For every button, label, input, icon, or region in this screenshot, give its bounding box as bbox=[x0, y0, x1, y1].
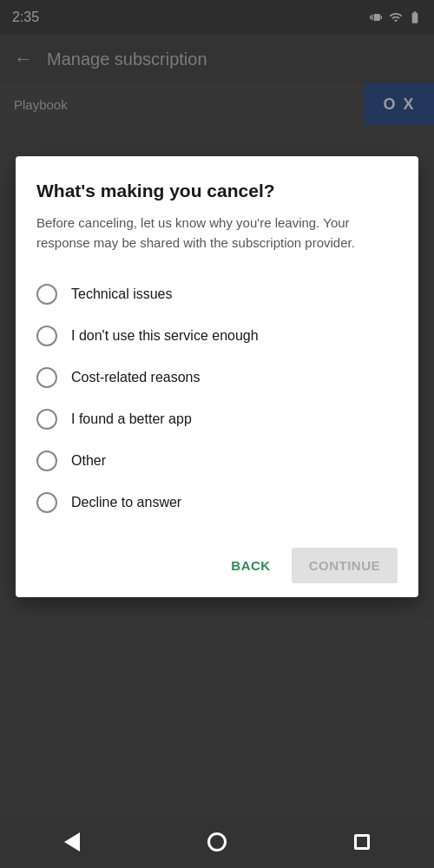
radio-label-cost: Cost-related reasons bbox=[71, 370, 201, 385]
radio-circle-cost bbox=[36, 367, 57, 388]
radio-circle-technical bbox=[36, 284, 57, 305]
back-button[interactable]: BACK bbox=[217, 548, 284, 583]
radio-label-better-app: I found a better app bbox=[71, 411, 192, 427]
radio-option-better-app[interactable]: I found a better app bbox=[36, 398, 398, 440]
dialog-title: What's making you cancel? bbox=[36, 181, 398, 201]
nav-back-icon bbox=[64, 832, 80, 852]
nav-bar bbox=[0, 816, 434, 868]
radio-option-other[interactable]: Other bbox=[36, 440, 398, 482]
radio-option-cost[interactable]: Cost-related reasons bbox=[36, 357, 398, 398]
radio-circle-better-app bbox=[36, 409, 57, 430]
nav-home-button[interactable] bbox=[196, 821, 238, 863]
cancel-dialog: What's making you cancel? Before canceli… bbox=[16, 156, 418, 597]
radio-options-list: Technical issuesI don't use this service… bbox=[36, 273, 398, 523]
radio-label-decline: Decline to answer bbox=[71, 495, 181, 510]
radio-option-not-use[interactable]: I don't use this service enough bbox=[36, 315, 398, 357]
nav-recent-button[interactable] bbox=[341, 821, 383, 863]
dialog-subtitle: Before canceling, let us know why you're… bbox=[36, 214, 398, 253]
nav-recent-icon bbox=[354, 834, 370, 850]
radio-label-other: Other bbox=[71, 453, 106, 469]
radio-circle-other bbox=[36, 450, 57, 471]
nav-home-icon bbox=[207, 832, 227, 852]
continue-button[interactable]: CONTINUE bbox=[292, 548, 398, 583]
radio-label-not-use: I don't use this service enough bbox=[71, 328, 259, 344]
radio-option-technical[interactable]: Technical issues bbox=[36, 273, 398, 315]
radio-option-decline[interactable]: Decline to answer bbox=[36, 482, 398, 523]
nav-back-button[interactable] bbox=[51, 821, 93, 863]
dialog-actions: BACK CONTINUE bbox=[36, 541, 398, 583]
radio-circle-not-use bbox=[36, 326, 57, 346]
radio-circle-decline bbox=[36, 492, 57, 513]
radio-label-technical: Technical issues bbox=[71, 286, 173, 302]
